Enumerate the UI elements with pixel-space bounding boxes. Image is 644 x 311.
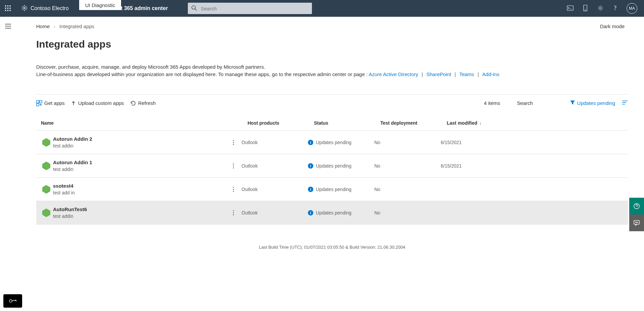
floating-help-button[interactable]: [629, 198, 644, 214]
cell-host: Outlook: [241, 187, 308, 192]
row-more-icon[interactable]: [225, 187, 241, 192]
svg-point-38: [636, 222, 637, 223]
breadcrumb-current: Integrated apps: [59, 23, 94, 29]
global-search-input[interactable]: [201, 6, 309, 11]
col-header-status[interactable]: Status: [314, 120, 380, 126]
global-search[interactable]: [188, 3, 312, 14]
row-name-cell: Autorun Addin 2test addin: [53, 136, 225, 148]
table-row[interactable]: AutoRunTest6test addinOutlookiUpdates pe…: [36, 201, 628, 225]
breadcrumb: Home › Integrated apps: [36, 23, 94, 29]
cell-host: Outlook: [241, 210, 308, 215]
get-apps-button[interactable]: Get apps: [36, 100, 65, 106]
svg-point-9: [24, 7, 25, 9]
cell-status: iUpdates pending: [308, 210, 374, 215]
col-header-host[interactable]: Host products: [248, 120, 314, 126]
ui-diagnostic-chip[interactable]: UI Diagnostic: [79, 0, 121, 10]
svg-point-26: [233, 167, 234, 168]
table-row[interactable]: Autorun Addin 1test addinOutlookiUpdates…: [36, 154, 628, 178]
gear-icon[interactable]: [597, 5, 604, 12]
tenant-logo-icon: [21, 5, 28, 12]
svg-point-29: [233, 189, 234, 190]
app-icon: [40, 185, 53, 194]
svg-point-13: [585, 10, 586, 10]
cell-modified: 6/15/2021: [441, 140, 508, 145]
list-search-button[interactable]: Search: [517, 100, 533, 106]
row-name-cell: Autorun Addin 1test addin: [53, 160, 225, 172]
filter-chip[interactable]: Updates pending: [570, 100, 615, 106]
link-addins[interactable]: Add-ins: [482, 71, 499, 77]
avatar[interactable]: MA: [627, 3, 637, 14]
app-subtitle: test addin: [53, 143, 225, 148]
list-options-icon[interactable]: [622, 100, 628, 106]
svg-point-34: [233, 214, 234, 215]
row-name-cell: ssotest4test add in: [53, 183, 225, 195]
svg-rect-5: [10, 8, 11, 9]
svg-rect-17: [40, 101, 42, 103]
app-name: Autorun Addin 2: [53, 136, 225, 142]
breadcrumb-home[interactable]: Home: [36, 23, 50, 29]
cell-test: No: [374, 210, 441, 215]
row-more-icon[interactable]: [225, 210, 241, 215]
cell-status: iUpdates pending: [308, 187, 374, 192]
help-icon[interactable]: ?: [613, 5, 617, 12]
svg-marker-23: [43, 162, 50, 170]
filter-icon: [570, 100, 575, 106]
app-name: AutoRunTest6: [53, 206, 225, 212]
svg-point-24: [233, 163, 234, 164]
svg-point-30: [233, 191, 234, 192]
col-header-modified[interactable]: Last modified ↓: [447, 120, 514, 126]
svg-point-21: [233, 142, 234, 143]
app-launcher-icon[interactable]: [0, 0, 16, 17]
row-more-icon[interactable]: [225, 163, 241, 169]
svg-rect-0: [5, 5, 6, 6]
mobile-icon[interactable]: [583, 5, 588, 12]
shell-prompt-icon[interactable]: [567, 5, 574, 12]
svg-point-37: [635, 222, 636, 223]
chevron-right-icon: ›: [54, 23, 55, 29]
cell-test: No: [374, 187, 441, 192]
col-header-test[interactable]: Test deployment: [380, 120, 447, 126]
floating-actions: [629, 198, 644, 231]
cell-host: Outlook: [241, 140, 308, 145]
refresh-button[interactable]: Refresh: [130, 100, 156, 106]
floating-feedback-button[interactable]: [629, 214, 644, 231]
page-title: Integrated apps: [36, 39, 628, 50]
svg-marker-19: [43, 138, 50, 146]
svg-point-20: [233, 140, 234, 141]
svg-marker-27: [43, 185, 50, 193]
table-row[interactable]: ssotest4test add inOutlookiUpdates pendi…: [36, 178, 628, 201]
dark-mode-toggle[interactable]: Dark mode: [600, 23, 625, 29]
upload-custom-apps-button[interactable]: Upload custom apps: [71, 100, 124, 106]
cell-status: iUpdates pending: [308, 163, 374, 169]
build-info: Last Build Time (UTC): 01/07/2021 03:05:…: [36, 245, 628, 253]
svg-point-22: [233, 144, 234, 145]
svg-point-32: [233, 210, 234, 211]
svg-point-33: [233, 212, 234, 213]
row-more-icon[interactable]: [225, 140, 241, 145]
info-icon: i: [308, 210, 313, 215]
nav-toggle-icon[interactable]: [5, 23, 11, 253]
table-header: Name Host products Status Test deploymen…: [36, 116, 628, 131]
info-icon: i: [308, 163, 313, 169]
cell-test: No: [374, 163, 441, 169]
cell-modified: 6/15/2021: [441, 163, 508, 169]
app-icon: [40, 138, 53, 147]
col-header-name[interactable]: Name: [41, 120, 248, 126]
cell-host: Outlook: [241, 163, 308, 169]
apps-table: Name Host products Status Test deploymen…: [36, 116, 628, 225]
link-sharepoint[interactable]: SharePoint: [426, 71, 451, 77]
item-count: 4 items: [484, 100, 500, 106]
svg-rect-11: [567, 6, 573, 10]
svg-point-28: [233, 187, 234, 188]
description-line-2-prefix: Line-of-business apps developed within y…: [36, 71, 369, 77]
svg-rect-1: [7, 5, 8, 6]
table-row[interactable]: Autorun Addin 2test addinOutlookiUpdates…: [36, 131, 628, 154]
app-icon: [40, 208, 53, 217]
link-azure-ad[interactable]: Azure Active Directory: [369, 71, 418, 77]
sort-down-icon: ↓: [479, 120, 482, 126]
link-teams[interactable]: Teams: [459, 71, 474, 77]
svg-text:?: ?: [614, 5, 616, 11]
header-actions: ? MA: [567, 3, 637, 14]
svg-rect-2: [10, 5, 11, 6]
app-subtitle: test addin: [53, 167, 225, 172]
